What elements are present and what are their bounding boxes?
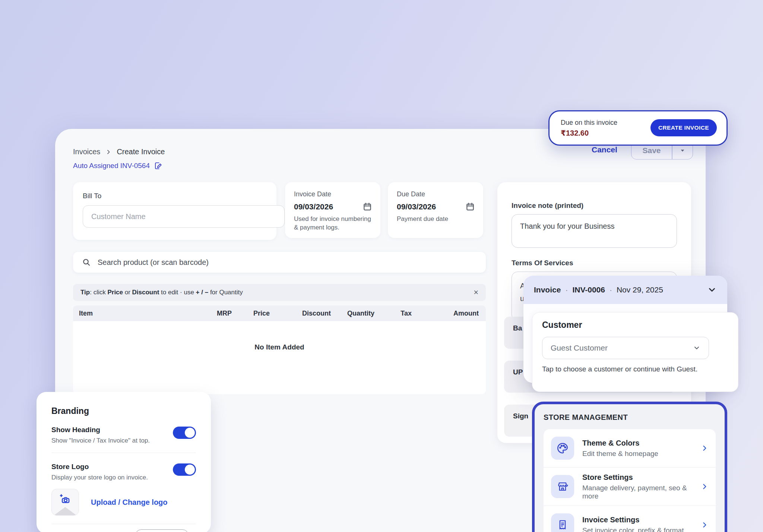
store-logo-helper: Display your store logo on invoice. — [51, 474, 196, 481]
storefront-icon — [551, 475, 574, 498]
col-price: Price — [232, 310, 270, 317]
invoice-date-value[interactable]: 09/03/2026 — [294, 202, 333, 211]
branding-card: Branding Show Heading Show "Invoice / Ta… — [37, 392, 211, 532]
logo-preview-box[interactable] — [51, 489, 79, 516]
menu-item-title: Invoice Settings — [582, 516, 693, 524]
show-heading-helper: Show "Invoice / Tax Invoice" at top. — [51, 437, 196, 444]
chevron-down-icon[interactable] — [707, 285, 717, 295]
menu-item-store-settings[interactable]: Store Settings Manage delivery, payment,… — [544, 467, 716, 506]
invoice-prefix-select[interactable]: INV- — [135, 529, 189, 532]
col-tax: Tax — [374, 310, 412, 317]
customer-select-value: Guest Customer — [551, 343, 608, 352]
drawer-invoice-number: INV-0006 — [572, 285, 605, 294]
col-amount: Amount — [412, 310, 479, 317]
branding-title: Branding — [51, 406, 196, 416]
col-item: Item — [79, 310, 183, 317]
invoice-date-label: Invoice Date — [294, 190, 372, 198]
customer-helper: Tap to choose a customer or continue wit… — [542, 365, 728, 373]
store-logo-toggle[interactable] — [173, 463, 196, 476]
chevron-down-icon — [693, 344, 700, 352]
create-invoice-button[interactable]: CREATE INVOICE — [650, 119, 717, 136]
cancel-button[interactable]: Cancel — [592, 145, 617, 154]
items-table-header: Item MRP Price Discount Quantity Tax Amo… — [73, 305, 486, 321]
chevron-right-icon — [105, 149, 111, 155]
image-placeholder-icon — [54, 507, 76, 515]
drawer-sep1: · — [565, 285, 568, 294]
breadcrumb-invoices[interactable]: Invoices — [73, 148, 100, 156]
bill-to-card: Bill To — [73, 182, 276, 240]
auto-assigned-label: Auto Assigned INV-0564 — [73, 162, 150, 170]
terms-label: Terms Of Services — [512, 259, 573, 267]
receipt-icon — [551, 513, 574, 532]
show-heading-toggle[interactable] — [173, 427, 196, 439]
menu-item-subtitle: Set invoice color, prefix & format — [582, 526, 693, 532]
tip-banner: Tip: click Price or Discount to edit · u… — [73, 284, 486, 301]
items-table-empty-state: No Item Added — [73, 321, 486, 394]
divider — [51, 453, 196, 453]
invoice-note-textarea[interactable]: Thank you for your Business — [512, 214, 677, 248]
collapsed-section-signature-label: Sign — [513, 412, 528, 420]
product-search-input[interactable] — [97, 258, 477, 267]
empty-state-text: No Item Added — [254, 343, 304, 351]
menu-item-subtitle: Manage delivery, payment, seo & more — [582, 484, 693, 500]
menu-item-theme-colors[interactable]: Theme & Colors Edit theme & homepage — [544, 429, 716, 467]
menu-item-title: Theme & Colors — [582, 439, 693, 447]
due-label: Due on this invoice — [561, 119, 617, 127]
customer-name-input[interactable] — [83, 205, 285, 228]
show-heading-setting: Show Heading Show "Invoice / Tax Invoice… — [51, 426, 196, 444]
store-management-card: STORE MANAGEMENT Theme & Colors Edit the… — [532, 402, 727, 532]
invoice-note-value: Thank you for your Business — [520, 222, 614, 230]
due-date-card: Due Date 09/03/2026 Payment due date — [388, 182, 483, 238]
calendar-icon[interactable] — [362, 202, 372, 212]
invoice-drawer-header[interactable]: Invoice · INV-0006 · Nov 29, 2025 — [523, 276, 727, 304]
breadcrumb-current: Create Invoice — [117, 148, 165, 156]
due-date-value[interactable]: 09/03/2026 — [397, 202, 436, 211]
col-mrp: MRP — [183, 310, 232, 317]
customer-select[interactable]: Guest Customer — [542, 337, 709, 359]
collapsed-section-bank-label: Ba — [513, 324, 522, 332]
due-summary-card: Due on this invoice ₹132.60 CREATE INVOI… — [548, 110, 728, 146]
store-logo-setting: Store Logo Display your store logo on in… — [51, 463, 196, 481]
invoice-date-card: Invoice Date 09/03/2026 Used for invoice… — [285, 182, 380, 238]
store-management-list: Theme & Colors Edit theme & homepage Sto… — [544, 429, 716, 532]
chevron-right-icon — [701, 521, 708, 529]
drawer-sep2: · — [610, 285, 612, 294]
collapsed-section-upi-label: UP — [513, 368, 523, 376]
menu-item-subtitle: Edit theme & homepage — [582, 450, 693, 458]
due-amount: ₹132.60 — [561, 129, 589, 137]
invoice-note-label: Invoice note (printed) — [512, 202, 583, 210]
col-quantity: Quantity — [331, 310, 374, 317]
bill-to-label: Bill To — [83, 192, 268, 200]
customer-heading: Customer — [542, 320, 728, 330]
drawer-date: Nov 29, 2025 — [617, 285, 663, 294]
search-icon — [82, 258, 91, 267]
store-management-title: STORE MANAGEMENT — [544, 413, 716, 422]
invoice-drawer: Invoice · INV-0006 · Nov 29, 2025 Custom… — [523, 276, 727, 383]
customer-card: Customer Guest Customer Tap to choose a … — [532, 312, 738, 392]
upload-change-logo-link[interactable]: Upload / Change logo — [91, 498, 168, 507]
due-date-helper: Payment due date — [397, 215, 475, 223]
product-search-bar[interactable] — [73, 252, 486, 273]
edit-icon[interactable] — [153, 161, 163, 171]
drawer-type: Invoice — [534, 285, 561, 294]
palette-icon — [551, 437, 574, 460]
camera-plus-icon — [59, 493, 72, 506]
menu-item-title: Store Settings — [582, 473, 693, 482]
invoice-date-helper: Used for invoice numbering & payment log… — [294, 215, 372, 232]
tip-prefix: Tip — [80, 289, 90, 296]
col-discount: Discount — [270, 310, 331, 317]
calendar-icon[interactable] — [465, 202, 475, 212]
chevron-right-icon — [701, 483, 708, 490]
menu-item-invoice-settings[interactable]: Invoice Settings Set invoice color, pref… — [544, 506, 716, 532]
divider — [51, 524, 196, 524]
close-icon[interactable]: × — [474, 288, 478, 297]
breadcrumb: Invoices Create Invoice — [73, 148, 165, 156]
due-date-label: Due Date — [397, 190, 475, 198]
auto-assigned-invoice-number[interactable]: Auto Assigned INV-0564 — [73, 161, 163, 171]
chevron-right-icon — [701, 444, 708, 452]
